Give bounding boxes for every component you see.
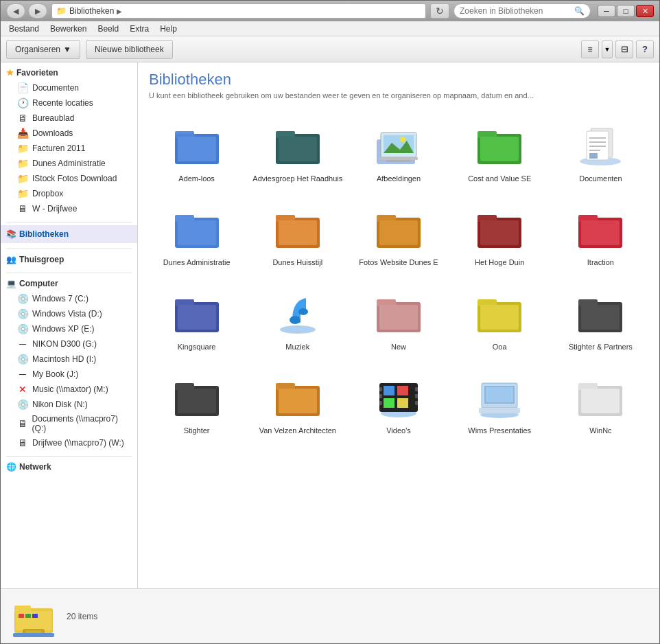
list-item[interactable]: Cost and Value SE	[452, 111, 547, 189]
drive-q-icon: 🖥	[17, 418, 28, 429]
sidebar-label: Windows Vista (D:)	[32, 309, 102, 319]
sidebar-label: My Book (J:)	[32, 369, 78, 379]
network-section: 🌐 Netwerk	[1, 459, 137, 474]
sidebar-item-downloads[interactable]: 📥 Downloads	[1, 126, 137, 141]
libraries-label: Bibliotheken	[19, 229, 69, 239]
sidebar-item-win7[interactable]: 💿 Windows 7 (C:)	[1, 291, 137, 306]
item-label: Kingsquare	[178, 342, 216, 352]
item-label: Van Velzen Architecten	[259, 426, 336, 435]
drive-j-icon: ─	[17, 369, 28, 380]
sidebar-item-nikon-disk[interactable]: 💿 Nikon Disk (N:)	[1, 397, 137, 412]
libraries-header[interactable]: 📚 Bibliotheken	[1, 225, 137, 243]
list-item[interactable]: Muziek	[250, 279, 345, 357]
path-text: Bibliotheken	[69, 6, 114, 16]
item-label: Cost and Value SE	[468, 174, 531, 183]
sidebar-label: Documents (\\macpro7) (Q:)	[32, 414, 132, 433]
sidebar-label: IStock Fotos Download	[32, 174, 117, 183]
sidebar-item-bureaublad[interactable]: 🖥 Bureaublad	[1, 111, 137, 126]
list-item[interactable]: Fotos Website Dunes E	[351, 194, 446, 273]
computer-icon: 💻	[6, 279, 16, 288]
star-icon: ★	[6, 68, 14, 78]
search-input[interactable]	[460, 6, 571, 16]
menu-bestand[interactable]: Bestand	[3, 23, 45, 35]
sidebar-item-istock[interactable]: 📁 IStock Fotos Download	[1, 171, 137, 186]
list-item[interactable]: Dunes Administratie	[149, 194, 244, 273]
svg-rect-68	[379, 394, 382, 398]
dropbox-icon: 📁	[17, 188, 28, 199]
sidebar-item-nikon[interactable]: ─ NIKON D300 (G:)	[1, 336, 137, 352]
folder-icon-vanvelzen	[270, 368, 325, 423]
item-label: Stighter & Partners	[569, 342, 633, 352]
view-dropdown-button[interactable]: ▼	[602, 41, 613, 58]
network-header[interactable]: 🌐 Netwerk	[1, 459, 137, 474]
divider3	[6, 273, 132, 273]
list-item[interactable]: Van Velzen Architecten	[250, 363, 345, 441]
sidebar-item-vista[interactable]: 💿 Windows Vista (D:)	[1, 306, 137, 321]
sidebar-item-dropbox[interactable]: 📁 Dropbox	[1, 186, 137, 201]
menubar: Bestand Bewerken Beeld Extra Help	[1, 21, 659, 36]
list-item[interactable]: Ooa	[452, 279, 547, 357]
refresh-button[interactable]: ↻	[430, 3, 449, 19]
divider4	[6, 456, 132, 457]
list-item[interactable]: New	[351, 279, 446, 357]
svg-rect-88	[25, 630, 42, 633]
list-item[interactable]: Afbeeldingen	[351, 111, 446, 189]
list-item[interactable]: Adviesgroep Het Raadhuis	[250, 111, 345, 189]
list-item[interactable]: Video's	[351, 363, 446, 441]
menu-bewerken[interactable]: Bewerken	[45, 23, 92, 35]
sidebar-item-xp[interactable]: 💿 Windows XP (E:)	[1, 321, 137, 336]
menu-beeld[interactable]: Beeld	[92, 23, 124, 35]
sidebar-item-mac[interactable]: 💿 Macintosh HD (I:)	[1, 352, 137, 367]
menu-help[interactable]: Help	[154, 23, 182, 35]
view-toggle-button[interactable]: ≡	[581, 41, 599, 58]
list-item[interactable]: Adem-loos	[149, 111, 244, 189]
homegroup-label: Thuisgroep	[19, 255, 64, 264]
close-button[interactable]: ✕	[636, 5, 654, 17]
new-library-label: Nieuwe bibliotheek	[95, 45, 164, 54]
forward-button[interactable]: ▶	[28, 3, 47, 19]
folder-icon-winnc	[573, 368, 628, 423]
sidebar-item-facturen[interactable]: 📁 Facturen 2011	[1, 141, 137, 156]
sidebar-item-dunes-admin[interactable]: 📁 Dunes Administratie	[1, 156, 137, 171]
list-item[interactable]: Documenten	[553, 111, 648, 189]
sidebar-item-documenten[interactable]: 📄 Documenten	[1, 80, 137, 95]
list-item[interactable]: Stighter	[149, 363, 244, 441]
sidebar-item-mybook[interactable]: ─ My Book (J:)	[1, 367, 137, 382]
list-item[interactable]: Dunes Huisstijl	[250, 194, 345, 273]
minimize-button[interactable]: ─	[598, 5, 615, 17]
folder-icon-red-bright	[573, 200, 628, 255]
list-item[interactable]: Stighter & Partners	[553, 279, 648, 357]
back-button[interactable]: ◀	[6, 3, 25, 19]
folder-icon-kingsquare	[169, 284, 224, 339]
list-item[interactable]: Het Hoge Duin	[452, 194, 547, 273]
computer-header[interactable]: 💻 Computer	[1, 276, 137, 291]
address-bar[interactable]: 📁 Bibliotheken ▶	[51, 3, 426, 19]
svg-rect-24	[589, 153, 598, 159]
organize-button[interactable]: Organiseren ▼	[6, 40, 80, 59]
search-icon[interactable]: 🔍	[574, 6, 585, 16]
favorites-header[interactable]: ★ Favorieten	[1, 65, 137, 80]
sidebar-item-recente[interactable]: 🕐 Recente locaties	[1, 95, 137, 111]
folder-icon-yellow	[472, 284, 527, 339]
search-box[interactable]: 🔍	[453, 3, 591, 19]
sidebar-item-drijfwee-macpro[interactable]: 🖥 Drijfwee (\\macpro7) (W:)	[1, 435, 137, 450]
organize-label: Organiseren	[15, 45, 60, 54]
drive-e-icon: 💿	[17, 323, 28, 334]
maximize-button[interactable]: □	[617, 5, 635, 17]
pane-button[interactable]: ⊟	[615, 41, 633, 58]
new-library-button[interactable]: Nieuwe bibliotheek	[86, 40, 173, 59]
menu-extra[interactable]: Extra	[124, 23, 154, 35]
sidebar-item-wdrijfwee[interactable]: 🖥 W - Drijfwee	[1, 201, 137, 216]
homegroup-header[interactable]: 👥 Thuisgroep	[1, 252, 137, 267]
list-item[interactable]: Wims Presentaties	[452, 363, 547, 441]
list-item[interactable]: Kingsquare	[149, 279, 244, 357]
main-area: ★ Favorieten 📄 Documenten 🕐 Recente loca…	[1, 62, 659, 588]
help-button[interactable]: ?	[636, 41, 654, 58]
svg-rect-30	[279, 220, 317, 245]
sidebar-item-music-maxtor[interactable]: ✕ Music (\\maxtor) (M:)	[1, 382, 137, 397]
favorites-section: ★ Favorieten 📄 Documenten 🕐 Recente loca…	[1, 65, 137, 216]
list-item[interactable]: WinNc	[553, 363, 648, 441]
item-label: Adem-loos	[178, 174, 215, 183]
sidebar-item-docs-macpro[interactable]: 🖥 Documents (\\macpro7) (Q:)	[1, 412, 137, 435]
list-item[interactable]: Itraction	[553, 194, 648, 273]
